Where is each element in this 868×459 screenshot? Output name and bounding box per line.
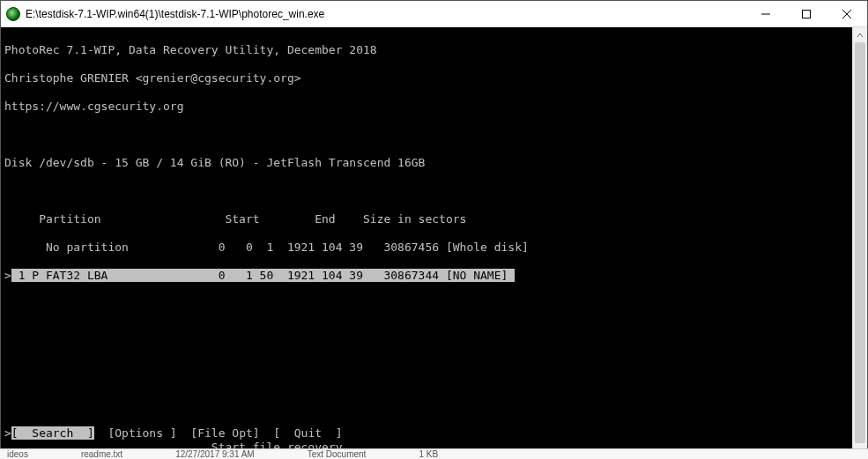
header-line-1: PhotoRec 7.1-WIP, Data Recovery Utility,… — [4, 43, 849, 57]
blank-line — [4, 128, 849, 142]
console-output[interactable]: PhotoRec 7.1-WIP, Data Recovery Utility,… — [1, 27, 852, 458]
window-title: E:\testdisk-7.1-WIP.win64(1)\testdisk-7.… — [26, 8, 746, 20]
window-controls — [746, 1, 867, 26]
maximize-icon — [802, 10, 811, 19]
close-icon — [842, 10, 851, 19]
scroll-track[interactable] — [853, 42, 867, 443]
titlebar[interactable]: E:\testdisk-7.1-WIP.win64(1)\testdisk-7.… — [1, 1, 867, 27]
minimize-icon — [761, 10, 770, 19]
menu-hint: Start file recovery — [4, 440, 849, 455]
menu-item-search[interactable]: [ Search ] — [11, 426, 94, 440]
menu-gap — [94, 426, 108, 440]
minimize-button[interactable] — [746, 1, 786, 26]
menu-item-file-opt[interactable]: [File Opt] — [190, 426, 259, 440]
window-frame: E:\testdisk-7.1-WIP.win64(1)\testdisk-7.… — [0, 0, 868, 459]
partition-row-no-partition[interactable]: No partition 0 0 1 1921 104 39 30867456 … — [4, 241, 849, 255]
menu-caret: > — [4, 426, 11, 440]
scroll-thumb[interactable] — [855, 42, 865, 443]
app-icon — [6, 7, 20, 21]
chevron-up-icon — [857, 32, 864, 39]
menu-item-quit[interactable]: [ Quit ] — [273, 426, 342, 440]
close-button[interactable] — [827, 1, 867, 26]
menu-gap — [177, 426, 191, 440]
partition-row-selected-text: 1 P FAT32 LBA 0 1 50 1921 104 39 3086734… — [11, 269, 515, 282]
header-line-3: https://www.cgsecurity.org — [4, 100, 849, 114]
blank-line — [4, 184, 849, 198]
content-area: PhotoRec 7.1-WIP, Data Recovery Utility,… — [1, 27, 867, 458]
chevron-down-icon — [857, 448, 864, 455]
maximize-button[interactable] — [786, 1, 827, 26]
menu-bar: >[ Search ] [Options ] [File Opt] [ Quit… — [4, 426, 343, 440]
partition-table-header: Partition Start End Size in sectors — [4, 212, 849, 226]
svg-rect-1 — [803, 10, 811, 18]
menu-item-options[interactable]: [Options ] — [108, 426, 176, 440]
selection-caret: > — [4, 269, 11, 282]
scroll-up-button[interactable] — [853, 27, 867, 42]
partition-row-selected[interactable]: > 1 P FAT32 LBA 0 1 50 1921 104 39 30867… — [4, 269, 849, 283]
header-line-2: Christophe GRENIER <grenier@cgsecurity.o… — [4, 71, 849, 85]
vertical-scrollbar[interactable] — [852, 27, 867, 458]
disk-info-line: Disk /dev/sdb - 15 GB / 14 GiB (RO) - Je… — [4, 156, 849, 170]
menu-gap — [260, 426, 274, 440]
scroll-down-button[interactable] — [853, 443, 867, 458]
